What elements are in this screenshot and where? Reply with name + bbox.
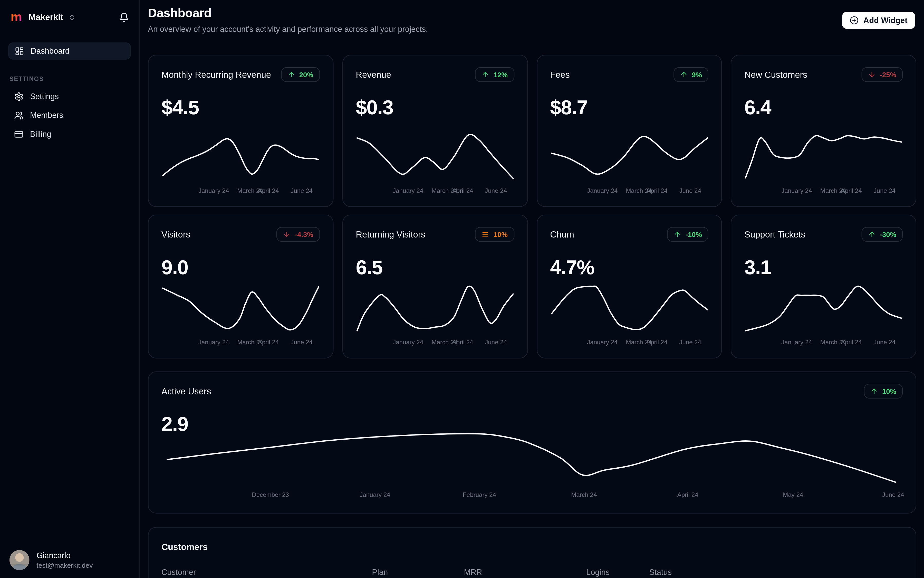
page-header: Dashboard An overview of your account's … (148, 6, 916, 34)
add-widget-label: Add Widget (863, 16, 908, 24)
customers-table-header: Customer Plan MRR Logins Status (149, 568, 916, 576)
main-content: Dashboard An overview of your account's … (140, 0, 924, 578)
sidebar-nav: Dashboard SETTINGS Settings Members (8, 42, 131, 143)
widget-title: Revenue (356, 70, 391, 80)
user-meta: Giancarlo test@makerkit.dev (36, 551, 92, 569)
widget-card-fees: Fees 9% $8.7 January 24March 24April 24J… (537, 55, 722, 207)
widget-card-mrr: Monthly Recurring Revenue 20% $4.5 Janua… (148, 55, 333, 207)
widget-grid: Monthly Recurring Revenue 20% $4.5 Janua… (148, 55, 916, 359)
arrow-up-icon (868, 231, 876, 238)
trend-value: 12% (494, 70, 508, 79)
sparkline-chart (357, 286, 513, 331)
sparkline-chart (551, 134, 707, 179)
layout-dashboard-icon (15, 46, 24, 56)
menu-lines-icon (482, 231, 490, 238)
widget-title: Visitors (161, 229, 190, 239)
sidebar-item-billing[interactable]: Billing (8, 125, 131, 143)
notifications-bell-icon[interactable] (117, 10, 131, 24)
widget-card-active-users: Active Users 10% 2.9 December 23January … (148, 371, 916, 513)
x-axis-labels: January 24March 24April 24June 24 (161, 187, 320, 195)
trend-value: 9% (692, 70, 702, 79)
sparkline-chart (746, 286, 902, 331)
trend-value: -25% (880, 70, 896, 79)
widget-card-churn: Churn -10% 4.7% January 24March 24April … (537, 215, 722, 359)
trend-badge: 12% (475, 67, 514, 82)
sidebar-header: m Makerkit (8, 10, 131, 25)
sparkline-chart (357, 134, 513, 179)
widget-value: 2.9 (149, 412, 916, 436)
trend-badge: -10% (667, 227, 708, 242)
arrow-down-icon (868, 71, 876, 79)
arrow-up-icon (287, 71, 295, 79)
widget-title: Churn (550, 229, 574, 239)
trend-badge: 20% (281, 67, 320, 82)
widget-card-support-tickets: Support Tickets -30% 3.1 January 24March… (731, 215, 916, 359)
app-window: m Makerkit Dashboard SETTINGS (0, 0, 924, 578)
widget-value: 6.4 (731, 96, 916, 119)
widget-title: Monthly Recurring Revenue (161, 70, 271, 80)
trend-badge: -4.3% (277, 227, 320, 242)
chevrons-up-down-icon[interactable] (68, 13, 76, 21)
trend-badge: -30% (862, 227, 903, 242)
widget-card-revenue: Revenue 12% $0.3 January 24March 24April… (342, 55, 528, 207)
customers-title: Customers (149, 528, 916, 552)
gear-icon (14, 92, 24, 101)
widget-value: 3.1 (731, 256, 916, 279)
sidebar-section-settings-label: SETTINGS (10, 75, 130, 82)
sidebar-item-label: Dashboard (31, 47, 70, 55)
widget-value: $4.5 (149, 96, 333, 119)
sidebar-item-settings[interactable]: Settings (8, 88, 131, 105)
sparkline-chart (551, 286, 707, 331)
arrow-up-icon (680, 71, 687, 79)
widget-value: 4.7% (537, 256, 721, 279)
customers-table-card: Customers Customer Plan MRR Logins Statu… (148, 527, 916, 578)
widget-title: Support Tickets (744, 229, 805, 239)
sidebar-item-label: Settings (30, 92, 59, 101)
workspace-name[interactable]: Makerkit (29, 12, 63, 22)
user-email: test@makerkit.dev (36, 562, 92, 569)
user-name: Giancarlo (36, 551, 92, 560)
x-axis-labels: December 23January 24February 24March 24… (161, 491, 903, 498)
widget-title: Fees (550, 70, 570, 80)
makerkit-logo-icon: m (11, 11, 22, 24)
arrow-down-icon (283, 231, 291, 238)
x-axis-labels: January 24March 24April 24June 24 (744, 187, 903, 195)
widget-value: 9.0 (149, 256, 333, 279)
sidebar-item-dashboard[interactable]: Dashboard (8, 42, 131, 60)
trend-value: -4.3% (295, 231, 313, 239)
trend-badge: 10% (864, 384, 903, 398)
widget-value: $8.7 (537, 96, 721, 119)
trend-badge: -25% (862, 67, 903, 82)
sidebar-settings-group: Settings Members Billing (8, 88, 131, 143)
column-header-plan: Plan (372, 568, 464, 576)
widget-value: 6.5 (343, 256, 527, 279)
sidebar: m Makerkit Dashboard SETTINGS (0, 0, 139, 578)
page-title: Dashboard (148, 6, 916, 20)
add-widget-button[interactable]: Add Widget (842, 12, 915, 29)
avatar (10, 550, 29, 570)
x-axis-labels: January 24March 24April 24June 24 (356, 187, 514, 195)
trend-value: 10% (494, 231, 508, 239)
x-axis-labels: January 24March 24April 24June 24 (356, 338, 514, 346)
circle-plus-icon (850, 16, 859, 24)
column-header-logins: Logins (586, 568, 649, 576)
column-header-status: Status (649, 568, 903, 576)
x-axis-labels: January 24March 24April 24June 24 (550, 338, 708, 346)
x-axis-labels: January 24March 24April 24June 24 (744, 338, 903, 346)
sparkline-chart (163, 286, 319, 331)
user-profile-button[interactable]: Giancarlo test@makerkit.dev (10, 550, 93, 570)
arrow-up-icon (674, 231, 681, 238)
sidebar-item-members[interactable]: Members (8, 107, 131, 124)
column-header-customer: Customer (161, 568, 372, 576)
widget-title: New Customers (744, 70, 807, 80)
x-axis-labels: January 24March 24April 24June 24 (550, 187, 708, 195)
widget-card-new-customers: New Customers -25% 6.4 January 24March 2… (731, 55, 916, 207)
trend-badge: 10% (475, 227, 514, 242)
trend-value: -30% (880, 231, 896, 239)
widget-value: $0.3 (343, 96, 527, 119)
arrow-up-icon (871, 387, 878, 395)
active-users-chart (167, 434, 896, 482)
trend-value: 10% (882, 387, 896, 395)
x-axis-labels: January 24March 24April 24June 24 (161, 338, 320, 346)
page-subtitle: An overview of your account's activity a… (148, 24, 916, 33)
